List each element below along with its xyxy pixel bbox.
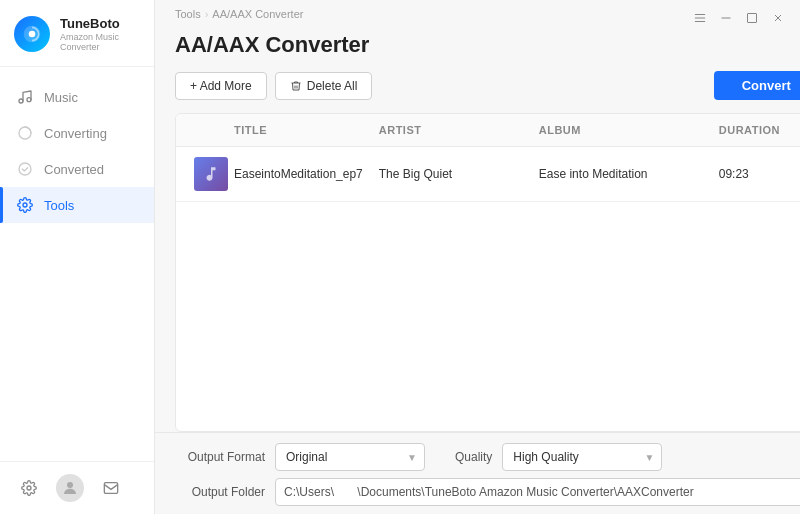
output-folder-label: Output Folder — [175, 485, 265, 499]
file-table: TITLE ARTIST ALBUM DURATION EaseintoMedi… — [175, 113, 800, 432]
add-more-label: + Add More — [190, 79, 252, 93]
convert-button[interactable]: Convert — [714, 71, 800, 100]
app-window: TuneBoto Amazon Music Converter Music — [0, 0, 800, 514]
avatar[interactable] — [56, 474, 84, 502]
svg-rect-11 — [748, 14, 757, 23]
svg-rect-7 — [695, 14, 706, 15]
album-art-icon — [202, 165, 220, 183]
quality-label: Quality — [455, 450, 492, 464]
row-artist: The Big Quiet — [371, 157, 531, 191]
sidebar-item-converted-label: Converted — [44, 162, 104, 177]
music-icon — [16, 88, 34, 106]
row-thumb-cell — [186, 147, 226, 201]
logo-icon — [14, 16, 50, 52]
logo-text: TuneBoto Amazon Music Converter — [60, 16, 140, 52]
svg-rect-10 — [722, 18, 731, 19]
col-album: ALBUM — [531, 114, 711, 146]
sidebar-bottom — [0, 461, 154, 514]
breadcrumb-separator: › — [205, 8, 209, 20]
sidebar-nav: Music Converting Convert — [0, 67, 154, 461]
output-format-select-wrapper: Original MP3 AAC FLAC WAV M4A ▼ — [275, 443, 425, 471]
col-duration: DURATION — [711, 114, 800, 146]
menu-button[interactable] — [692, 10, 708, 26]
sidebar-item-converting[interactable]: Converting — [0, 115, 154, 151]
settings-icon[interactable] — [16, 475, 42, 501]
main-content: Tools › AA/AAX Converter AA/AAX Converte… — [155, 0, 800, 514]
row-duration: 09:23 — [711, 157, 800, 191]
row-title: EaseintoMeditation_ep7 — [226, 157, 371, 191]
delete-icon — [290, 80, 302, 92]
row-album: Ease into Meditation — [531, 157, 711, 191]
svg-point-1 — [19, 99, 23, 103]
convert-label: Convert — [742, 78, 791, 93]
table-header: TITLE ARTIST ALBUM DURATION — [176, 114, 800, 147]
col-title: TITLE — [226, 114, 371, 146]
breadcrumb-current: AA/AAX Converter — [212, 8, 303, 20]
app-subtitle: Amazon Music Converter — [60, 32, 140, 52]
delete-all-button[interactable]: Delete All — [275, 72, 373, 100]
sidebar-item-tools[interactable]: Tools — [0, 187, 154, 223]
sidebar-item-converting-label: Converting — [44, 126, 107, 141]
svg-rect-9 — [695, 21, 706, 22]
converted-icon — [16, 160, 34, 178]
sidebar: TuneBoto Amazon Music Converter Music — [0, 0, 155, 514]
sidebar-item-music[interactable]: Music — [0, 79, 154, 115]
output-format-select[interactable]: Original MP3 AAC FLAC WAV M4A — [275, 443, 425, 471]
sidebar-item-tools-label: Tools — [44, 198, 74, 213]
toolbar: + Add More Delete All Convert Back — [155, 70, 800, 113]
bottom-bar: Output Format Original MP3 AAC FLAC WAV … — [155, 432, 800, 514]
converting-icon — [16, 124, 34, 142]
format-row: Output Format Original MP3 AAC FLAC WAV … — [175, 443, 800, 471]
table-row: EaseintoMeditation_ep7 The Big Quiet Eas… — [176, 147, 800, 202]
tools-icon — [16, 196, 34, 214]
svg-point-4 — [19, 163, 31, 175]
svg-point-5 — [67, 482, 73, 488]
maximize-button[interactable] — [744, 10, 760, 26]
quality-select-wrapper: High Quality Medium Quality Low Quality … — [502, 443, 662, 471]
page-header: AA/AAX Converter — [155, 24, 800, 70]
svg-rect-6 — [104, 483, 117, 494]
col-artist: ARTIST — [371, 114, 531, 146]
minimize-button[interactable] — [718, 10, 734, 26]
output-format-label: Output Format — [175, 450, 265, 464]
email-icon[interactable] — [98, 475, 124, 501]
svg-rect-8 — [695, 17, 706, 18]
sidebar-item-music-label: Music — [44, 90, 78, 105]
app-name: TuneBoto — [60, 16, 140, 32]
album-thumbnail — [194, 157, 228, 191]
sidebar-item-converted[interactable]: Converted — [0, 151, 154, 187]
delete-all-label: Delete All — [307, 79, 358, 93]
close-button[interactable] — [770, 10, 786, 26]
page-title: AA/AAX Converter — [175, 32, 800, 58]
quality-select[interactable]: High Quality Medium Quality Low Quality — [502, 443, 662, 471]
output-folder-input[interactable] — [275, 478, 800, 506]
folder-row: Output Folder ... — [175, 478, 800, 506]
col-thumb — [186, 114, 226, 146]
breadcrumb-parent: Tools — [175, 8, 201, 20]
add-more-button[interactable]: + Add More — [175, 72, 267, 100]
titlebar-controls — [692, 10, 786, 26]
app-logo: TuneBoto Amazon Music Converter — [0, 0, 154, 67]
svg-point-2 — [27, 98, 31, 102]
